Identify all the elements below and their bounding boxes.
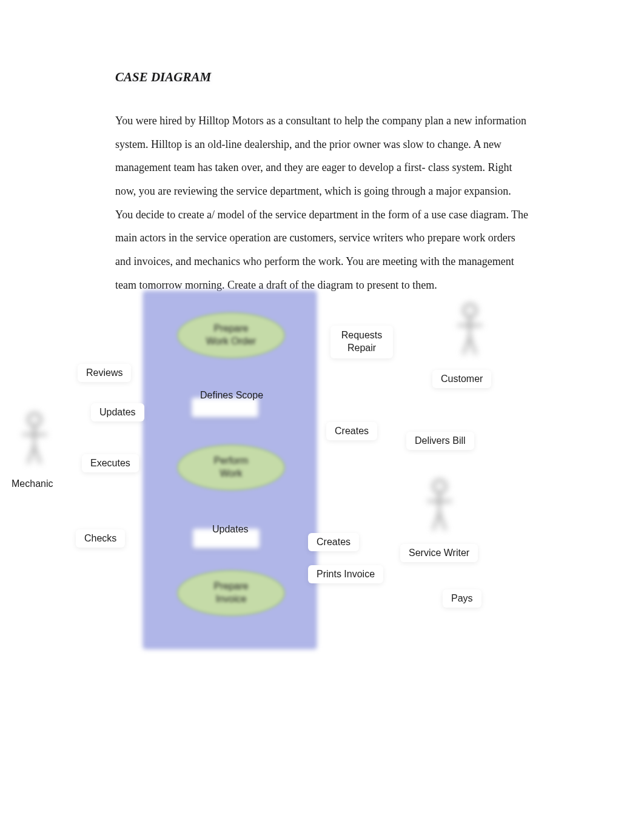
delivers-bill-label: Delivers Bill [406,432,474,450]
requests-repair-label: RequestsRepair [330,326,393,358]
executes-label: Executes [82,454,139,472]
customer-actor-label: Customer [432,370,491,388]
service-writer-actor-label: Service Writer [400,544,478,562]
pays-label: Pays [443,589,481,608]
updates-label-2: Updates [204,520,257,538]
updates-label-1: Updates [91,403,144,421]
creates-label-1: Creates [326,422,377,440]
description-text: You were hired by Hilltop Motors as a co… [115,109,529,297]
checks-label: Checks [76,529,125,548]
creates-label-2: Creates [308,533,359,551]
page-title: CASE DIAGRAM [115,70,529,85]
reviews-label: Reviews [78,364,131,382]
mechanic-actor-label: Mechanic [3,475,61,493]
requests-repair-text: RequestsRepair [339,329,384,355]
defines-scope-label: Defines Scope [192,386,272,404]
prints-invoice-label: Prints Invoice [308,565,383,583]
